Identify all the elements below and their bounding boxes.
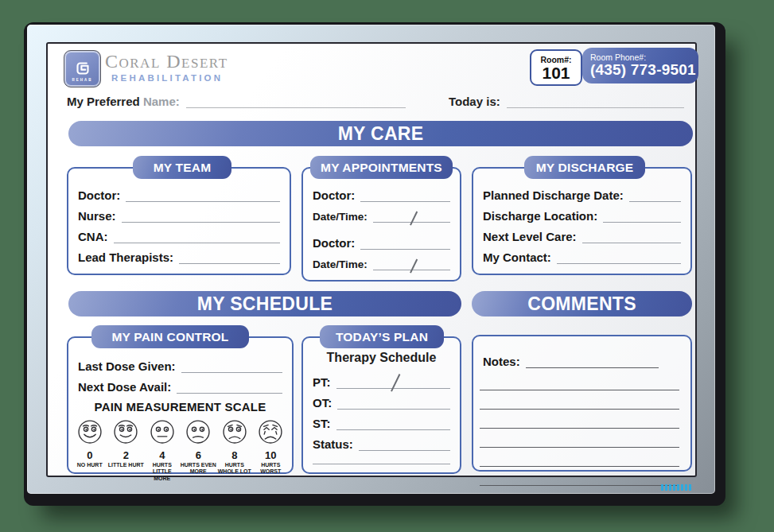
preferred-name-label-strong: My Preferred (67, 95, 140, 108)
discharge-date-write-line[interactable] (629, 201, 681, 202)
my-pain-control-box: Last Dose Given: Next Dose Avail: PAIN M… (67, 336, 294, 474)
appointment2-doctor-write-line[interactable] (360, 249, 450, 250)
team-nurse-label: Nurse: (78, 209, 116, 223)
pain-level-number: 8 (216, 450, 253, 460)
pain-level-caption: NO HURT (72, 462, 108, 468)
appointment2-datetime-row: Date/Time: (313, 250, 450, 270)
comments-write-line[interactable] (480, 448, 679, 467)
today-write-line[interactable] (507, 107, 684, 108)
pain-face-icon (76, 417, 104, 446)
my-contact-row: My Contact: (483, 243, 681, 264)
appointment1-doctor-write-line[interactable] (360, 201, 450, 202)
team-cna-write-line[interactable] (114, 243, 281, 243)
comments-write-line[interactable] (480, 390, 679, 410)
comments-write-line[interactable] (480, 467, 679, 486)
team-lead-therapists-label: Lead Therapists: (78, 250, 173, 264)
my-care-banner: MY CARE (68, 121, 693, 146)
pain-level-caption: HURTS WHOLE LOT (216, 462, 253, 476)
pain-level-caption: HURTS EVEN MORE (181, 462, 217, 476)
last-dose-row: Last Dose Given: (78, 352, 282, 373)
pain-scale-level-2: 2LITTLE HURT (108, 417, 145, 482)
st-write-line[interactable] (336, 429, 451, 430)
appointment1-datetime-write-line[interactable] (373, 222, 450, 223)
pain-level-number: 0 (72, 450, 108, 460)
appointment2-datetime-write-line[interactable] (373, 270, 450, 270)
team-nurse-row: Nurse: (78, 202, 280, 223)
todays-plan-box: Therapy Schedule PT: OT: ST: (301, 336, 461, 474)
logo-name: Coral Desert (105, 52, 228, 71)
preferred-name-row: My Preferred Name: (67, 95, 406, 108)
comments-banner: COMMENTS (472, 291, 692, 316)
discharge-location-write-line[interactable] (603, 222, 681, 223)
my-discharge-box: Planned Discharge Date: Discharge Locati… (472, 167, 692, 275)
last-dose-write-line[interactable] (181, 372, 282, 373)
next-dose-label: Next Dose Avail: (78, 380, 171, 394)
pain-level-number: 10 (253, 450, 290, 460)
appointment1-doctor-row: Doctor: (313, 181, 450, 202)
todays-plan-title-pill: TODAY’S PLAN (320, 325, 444, 348)
team-cna-row: CNA: (78, 223, 280, 243)
comments-write-line[interactable] (480, 371, 679, 390)
pain-scale-level-8: 8HURTS WHOLE LOT (216, 417, 253, 482)
logo-subtitle: REHABILITATION (111, 73, 228, 83)
team-nurse-write-line[interactable] (122, 222, 280, 223)
pt-write-line[interactable] (336, 388, 451, 389)
status-row: Status: (313, 430, 450, 451)
pain-level-number: 4 (144, 450, 181, 460)
pain-scale-title: PAIN MEASUREMENT SCALE (68, 400, 292, 414)
whiteboard: REHAB Coral Desert REHABILITATION Room#:… (24, 22, 725, 506)
my-appointments-box: Doctor: Date/Time: Doctor: (301, 167, 461, 282)
last-dose-label: Last Dose Given: (78, 359, 176, 373)
pain-face-icon (184, 417, 212, 446)
my-team-title-pill: MY TEAM (133, 156, 231, 179)
room-number-box: Room#: 101 (530, 49, 582, 86)
comments-box: Notes: (472, 335, 692, 472)
my-contact-write-line[interactable] (557, 263, 681, 264)
team-doctor-write-line[interactable] (126, 201, 280, 202)
pt-slash-divider (391, 374, 400, 391)
therapy-schedule-subtitle: Therapy Schedule (303, 351, 460, 365)
logo-icon-caption: REHAB (72, 78, 92, 82)
my-contact-label: My Contact: (483, 250, 551, 264)
notes-row: Notes: (483, 348, 681, 368)
appointment2-doctor-row: Doctor: (313, 229, 450, 250)
team-doctor-label: Doctor: (78, 188, 120, 202)
pain-level-caption: HURTS LITTLE MORE (144, 462, 181, 482)
datetime-slash-divider (410, 259, 418, 274)
coral-desert-logo-icon: REHAB (64, 50, 101, 87)
room-phone-value: (435) 773-9501 (590, 62, 698, 79)
next-dose-row: Next Dose Avail: (78, 373, 282, 394)
board-frame: REHAB Coral Desert REHABILITATION Room#:… (27, 25, 715, 494)
team-doctor-row: Doctor: (78, 181, 280, 202)
team-lead-therapists-write-line[interactable] (179, 263, 280, 264)
appointment2-doctor-label: Doctor: (313, 236, 355, 250)
next-level-care-write-line[interactable] (582, 243, 681, 243)
today-row: Today is: (449, 95, 684, 108)
pain-level-number: 6 (181, 450, 217, 460)
team-lead-therapists-row: Lead Therapists: (78, 243, 280, 264)
comments-write-line[interactable] (480, 410, 679, 429)
ot-write-line[interactable] (337, 409, 450, 410)
page-background: REHAB Coral Desert REHABILITATION Room#:… (0, 0, 774, 532)
appointment1-datetime-label: Date/Time: (313, 211, 368, 223)
pain-scale-level-6: 6HURTS EVEN MORE (181, 417, 217, 482)
status-write-line[interactable] (359, 450, 450, 451)
plan-extra-write-line[interactable] (313, 464, 450, 464)
pain-scale-level-10: 10HURTS WORST (253, 417, 290, 482)
pain-scale-level-4: 4HURTS LITTLE MORE (144, 417, 181, 482)
appointment1-doctor-label: Doctor: (313, 188, 355, 202)
pain-face-icon (256, 417, 285, 446)
next-dose-write-line[interactable] (177, 393, 282, 394)
room-number-label: Room#: (540, 55, 571, 64)
my-appointments-title-pill: MY APPOINTMENTS (310, 156, 453, 179)
logo-text-block: Coral Desert REHABILITATION (105, 52, 228, 83)
preferred-name-write-line[interactable] (186, 107, 406, 108)
ot-label: OT: (313, 396, 332, 410)
pain-level-number: 2 (108, 450, 145, 460)
notes-write-line[interactable] (526, 367, 659, 368)
today-label: Today is: (449, 95, 500, 108)
pain-face-icon (148, 417, 177, 446)
comments-write-line[interactable] (480, 429, 679, 448)
team-cna-label: CNA: (78, 230, 108, 243)
comments-ruled-lines (473, 371, 690, 486)
